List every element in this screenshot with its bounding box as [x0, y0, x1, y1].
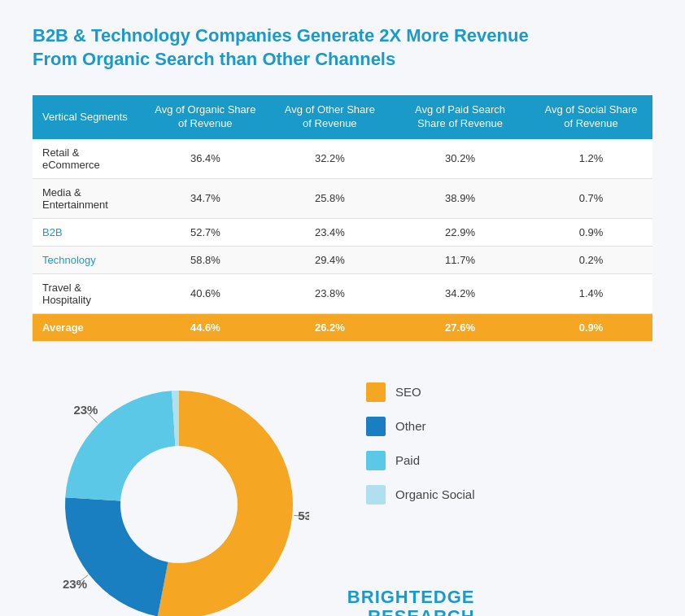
right-section: SEOOtherPaidOrganic Social BRIGHTEDGE RE…	[334, 382, 475, 616]
legend-item: Paid	[366, 451, 475, 470]
donut-label-paid: 23%	[73, 403, 98, 417]
branding-line2: RESEARCH	[334, 607, 475, 616]
legend-label: Other	[395, 419, 426, 433]
legend-item: SEO	[366, 382, 475, 402]
table-row: B2B52.7%23.4%22.9%0.9%	[33, 218, 652, 246]
legend-item: Other	[366, 417, 475, 436]
legend-item: Organic Social	[366, 485, 475, 505]
table-header: Avg of Organic Share of Revenue	[142, 95, 269, 139]
table-header: Avg of Social Share of Revenue	[530, 95, 652, 139]
donut-segment-other	[65, 497, 168, 616]
legend-swatch	[366, 451, 386, 470]
table-header: Avg of Paid Search Share of Revenue	[390, 95, 530, 139]
table-row: Media & Entertainment34.7%25.8%38.9%0.7%	[33, 178, 652, 218]
legend-label: Paid	[395, 453, 420, 467]
table-row: Technology58.8%29.4%11.7%0.2%	[33, 246, 652, 273]
table-average-row: Average44.6%26.2%27.6%0.9%	[33, 313, 652, 341]
legend-swatch	[366, 382, 386, 402]
page-title: B2B & Technology Companies Generate 2X M…	[33, 24, 561, 71]
donut-label-other: 23%	[63, 577, 87, 591]
table-row: Retail & eCommerce36.4%32.2%30.2%1.2%	[33, 139, 652, 179]
branding: BRIGHTEDGE RESEARCH	[334, 588, 475, 616]
table-row: Travel & Hospitality40.6%23.8%34.2%1.4%	[33, 273, 652, 313]
legend-label: SEO	[395, 385, 421, 399]
legend-label: Organic Social	[395, 487, 475, 501]
legend-swatch	[366, 417, 386, 436]
chart-legend: SEOOtherPaidOrganic Social	[366, 382, 475, 505]
legend-swatch	[366, 485, 386, 505]
donut-chart: 53%23%23%	[49, 374, 309, 616]
donut-label-seo: 53%	[298, 509, 309, 522]
chart-and-legend: 53%23%23% SEOOtherPaidOrganic Social BRI…	[49, 374, 636, 616]
table-header: Avg of Other Share of Revenue	[269, 95, 390, 139]
table-header: Vertical Segments	[33, 95, 142, 139]
branding-line1: BRIGHTEDGE	[334, 588, 475, 607]
data-table: Vertical SegmentsAvg of Organic Share of…	[33, 95, 652, 342]
chart-section: 53%23%23% SEOOtherPaidOrganic Social BRI…	[33, 374, 652, 616]
